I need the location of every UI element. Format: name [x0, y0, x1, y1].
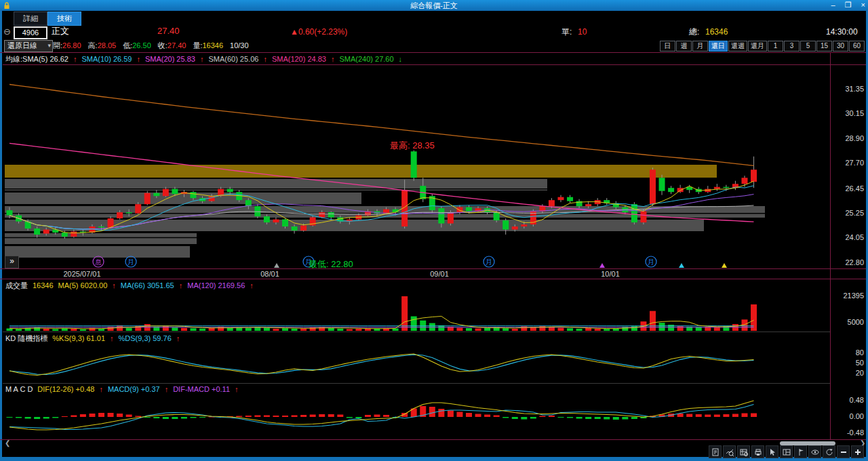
period-button-還月[interactable]: 還月 — [748, 41, 767, 52]
legend-item: ↑ — [176, 334, 180, 342]
legend-item: MA(5) 6020.00 — [58, 281, 108, 289]
divider — [0, 439, 866, 440]
y-axis-label: 5000 — [833, 318, 864, 326]
legend-item: ↑ — [235, 385, 239, 393]
period-button-還日[interactable]: 還日 — [709, 41, 728, 52]
expand-button[interactable]: » — [5, 256, 19, 268]
legend-item: ↑ — [112, 281, 116, 289]
y-axis-label: 21395 — [833, 292, 864, 300]
svg-text:息: 息 — [95, 258, 102, 266]
high-annotation: 最高: 28.35 — [390, 140, 435, 152]
period-button-15[interactable]: 15 — [816, 41, 832, 52]
kd-legend: KD 隨機指標%KS(9,3) 61.01↑%DS(9,3) 59.76↑ — [5, 334, 184, 344]
refresh-icon[interactable] — [823, 445, 835, 458]
legend-item: ↑ — [73, 55, 77, 63]
total-label: 總: — [689, 27, 699, 37]
table-search-icon[interactable] — [737, 445, 750, 458]
chevron-down-icon: ▾ — [47, 41, 51, 51]
close-button[interactable]: × — [861, 0, 865, 11]
legend-item: %DS(9,3) 59.76 — [119, 334, 172, 342]
stock-code-input[interactable]: 4906 — [14, 26, 47, 39]
legend-item: DIF(12-26) +0.48 — [37, 385, 94, 393]
legend-item: MA(120) 2169.56 — [187, 281, 245, 289]
event-marker-triangle[interactable] — [679, 263, 684, 268]
y-axis-label: 0.48 — [833, 396, 864, 404]
divider — [0, 268, 866, 269]
main-candlestick-chart[interactable]: 息月月月月 — [3, 53, 830, 268]
quote-time: 14:30:00 — [826, 27, 858, 37]
y-axis-label: 0.00 — [833, 412, 864, 420]
legend-item: SMA(20) 25.83 — [145, 55, 195, 63]
ohlc-label: 開: — [53, 41, 62, 49]
period-button-週[interactable]: 週 — [676, 41, 692, 52]
svg-text:月: 月 — [486, 258, 492, 266]
minimize-button[interactable]: – — [831, 0, 835, 11]
legend-item: ↓ — [399, 55, 403, 63]
ohlc-value: 16346 — [202, 41, 223, 49]
low-annotation: 最低: 22.80 — [309, 258, 353, 270]
legend-item: SMA(120) 24.83 — [272, 55, 326, 63]
legend-item: ↑ — [136, 55, 140, 63]
stock-search-icon[interactable]: ⊖ — [3, 27, 11, 37]
y-axis-label: 24.05 — [833, 233, 864, 241]
zoom-out-icon[interactable] — [837, 445, 850, 458]
legend-item: DIF-MACD +0.11 — [173, 385, 230, 393]
event-marker-circle[interactable]: 月 — [646, 256, 656, 267]
window-border-left — [0, 11, 2, 457]
grid-icon[interactable] — [780, 445, 793, 458]
legend-item: ↑ — [165, 385, 169, 393]
dropdown-label: 還原日線 — [7, 41, 37, 49]
legend-item: ↑ — [263, 55, 267, 63]
scroll-left-arrow[interactable]: ❮ — [5, 439, 10, 447]
period-button-60[interactable]: 60 — [849, 41, 865, 52]
legend-item: SMA(60) 25.06 — [208, 55, 258, 63]
x-axis-date-label: 08/01 — [260, 270, 279, 278]
period-button-1[interactable]: 1 — [768, 41, 783, 52]
maximize-button[interactable]: ❐ — [845, 0, 852, 11]
chart-type-dropdown[interactable]: 還原日線 ▾ — [4, 40, 53, 52]
zoom-chart-icon[interactable] — [723, 445, 736, 458]
ohlc-label: 高: — [88, 41, 98, 49]
print-icon[interactable] — [751, 445, 764, 458]
pointer-icon[interactable] — [766, 445, 778, 458]
legend-item: ↑ — [200, 55, 204, 63]
title-bar[interactable]: 綜合報價-正文 – ❐ × — [0, 0, 868, 11]
y-axis-label: 26.45 — [833, 184, 864, 193]
tab-technical[interactable]: 技術 — [47, 12, 81, 26]
period-button-3[interactable]: 3 — [784, 41, 800, 52]
volume-legend: 成交量16346MA(5) 6020.00↑MA(66) 3051.65↑MA(… — [5, 281, 258, 291]
flag-icon[interactable] — [794, 445, 807, 458]
period-button-5[interactable]: 5 — [800, 41, 816, 52]
ohlc-value: 26.50 — [132, 41, 151, 49]
zoom-in-icon[interactable] — [851, 445, 864, 458]
period-button-月[interactable]: 月 — [692, 41, 708, 52]
event-marker-circle[interactable]: 月 — [484, 256, 494, 267]
legend-item: MACD(9) +0.37 — [108, 385, 160, 393]
ohlc-label: 收: — [158, 41, 167, 49]
total-value: 16346 — [705, 27, 728, 37]
tab-detail[interactable]: 詳細 — [14, 12, 47, 26]
y-axis-label: 80 — [833, 348, 864, 357]
report-icon[interactable] — [709, 445, 722, 458]
legend-item: ↑ — [179, 281, 183, 289]
ohlc-value: 10/30 — [230, 41, 249, 49]
legend-item: %KS(9,3) 61.01 — [52, 334, 105, 342]
y-axis-label: -0.48 — [833, 428, 864, 437]
event-marker-triangle[interactable] — [274, 263, 279, 268]
period-button-日[interactable]: 日 — [660, 41, 675, 52]
legend-item: SMA(10) 26.59 — [81, 55, 132, 63]
event-marker-triangle[interactable] — [599, 263, 605, 268]
event-marker-triangle[interactable] — [722, 263, 727, 268]
event-marker-circle[interactable]: 息 — [93, 256, 104, 267]
svg-text:月: 月 — [127, 258, 134, 266]
stock-name: 正文 — [52, 26, 69, 36]
period-button-30[interactable]: 30 — [833, 41, 848, 52]
svg-text:月: 月 — [648, 258, 654, 266]
y-axis-label: 28.90 — [833, 134, 864, 142]
unit-label: 單: — [561, 27, 572, 37]
eye-icon[interactable] — [808, 445, 821, 458]
period-button-還週[interactable]: 還週 — [728, 41, 747, 52]
event-marker-circle[interactable]: 月 — [125, 256, 136, 267]
price-change: ▲0.60(+2.23%) — [290, 27, 347, 37]
legend-item: M A C D — [5, 385, 33, 393]
